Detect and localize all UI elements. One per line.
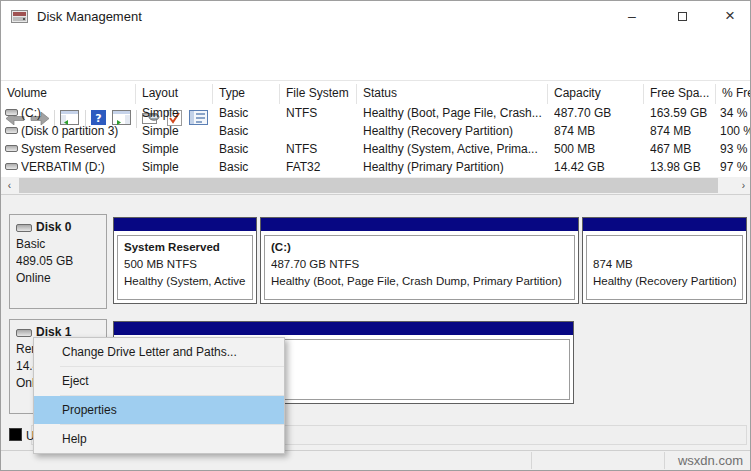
cell-filesystem: NTFS xyxy=(286,140,356,158)
menu-item-help[interactable]: Help xyxy=(34,425,284,453)
menu-item-change-drive-letter[interactable]: Change Drive Letter and Paths... xyxy=(34,338,284,366)
window-title: Disk Management xyxy=(37,9,142,24)
partition-color-bar xyxy=(114,322,573,335)
cell-layout: Simple xyxy=(142,104,212,122)
cell-volume: (C:) xyxy=(21,104,133,122)
partition-name: (C:) xyxy=(271,239,568,256)
partition-color-bar xyxy=(583,218,746,231)
menu-bar: File Action View Help xyxy=(1,31,751,53)
cell-pctfree: 34 % xyxy=(720,104,751,122)
disk-management-window: Disk Management – × File Action View Hel… xyxy=(0,0,751,471)
cell-type: Basic xyxy=(219,158,279,176)
unallocated-swatch xyxy=(9,428,22,441)
table-row[interactable]: (C:) Simple Basic NTFS Healthy (Boot, Pa… xyxy=(1,104,751,122)
app-icon xyxy=(11,10,28,26)
menu-item-eject[interactable]: Eject xyxy=(34,367,284,395)
cell-volume: System Reserved xyxy=(21,140,133,158)
menu-item-properties[interactable]: Properties xyxy=(34,396,284,424)
disk0-status: Online xyxy=(16,270,100,287)
statusbar-divider xyxy=(531,452,532,469)
minimize-button[interactable]: – xyxy=(612,1,652,31)
cell-capacity: 500 MB xyxy=(554,140,642,158)
partition-size: 500 MB NTFS xyxy=(124,256,246,273)
column-header-capacity[interactable]: Capacity xyxy=(548,84,644,104)
scrollbar-thumb[interactable] xyxy=(19,178,718,193)
cell-status: Healthy (Primary Partition) xyxy=(363,158,547,176)
cell-type: Basic xyxy=(219,104,279,122)
table-row[interactable]: System Reserved Simple Basic NTFS Health… xyxy=(1,140,751,158)
cell-layout: Simple xyxy=(142,122,212,140)
cell-type: Basic xyxy=(219,122,279,140)
watermark-text: wsxdn.com xyxy=(678,453,743,468)
close-button[interactable]: × xyxy=(710,1,750,31)
partition-status: Healthy (Recovery Partition) xyxy=(593,273,736,290)
volume-icon xyxy=(5,145,18,152)
cell-filesystem: FAT32 xyxy=(286,158,356,176)
cell-volume: VERBATIM (D:) xyxy=(21,158,133,176)
table-row[interactable]: VERBATIM (D:) Simple Basic FAT32 Healthy… xyxy=(1,158,751,176)
partition-info: System Reserved 500 MB NTFS Healthy (Sys… xyxy=(117,235,253,300)
cell-freespace: 13.98 GB xyxy=(650,158,714,176)
column-header-type[interactable]: Type xyxy=(213,84,280,104)
cell-filesystem xyxy=(286,122,356,140)
partition-status: Healthy (Boot, Page File, Crash Dump, Pr… xyxy=(271,273,568,290)
volume-icon xyxy=(5,127,18,134)
cell-layout: Simple xyxy=(142,140,212,158)
maximize-button[interactable] xyxy=(662,1,702,31)
context-menu: Change Drive Letter and Paths... Eject P… xyxy=(33,337,285,454)
column-header-freespace[interactable]: Free Spa... xyxy=(644,84,716,104)
partition-size: 874 MB xyxy=(593,256,736,273)
disk0-label-box[interactable]: Disk 0 Basic 489.05 GB Online xyxy=(9,214,107,309)
cell-volume: (Disk 0 partition 3) xyxy=(21,122,133,140)
partition-info: 874 MB Healthy (Recovery Partition) xyxy=(586,235,743,300)
partition-system-reserved[interactable]: System Reserved 500 MB NTFS Healthy (Sys… xyxy=(113,217,257,304)
table-row[interactable]: (Disk 0 partition 3) Simple Basic Health… xyxy=(1,122,751,140)
partition-status: Healthy (System, Active, Primary Partiti… xyxy=(124,273,246,290)
column-header-layout[interactable]: Layout xyxy=(136,84,213,104)
partition-recovery[interactable]: 874 MB Healthy (Recovery Partition) xyxy=(582,217,747,304)
disk0-size: 489.05 GB xyxy=(16,253,100,270)
partition-name: System Reserved xyxy=(124,239,246,256)
partition-color-bar xyxy=(114,218,256,231)
cell-capacity: 14.42 GB xyxy=(554,158,642,176)
cell-freespace: 467 MB xyxy=(650,140,714,158)
cell-freespace: 874 MB xyxy=(650,122,714,140)
partition-name xyxy=(593,239,736,256)
title-bar: Disk Management – × xyxy=(1,1,751,31)
partition-color-bar xyxy=(261,218,578,231)
cell-layout: Simple xyxy=(142,158,212,176)
partition-c-drive[interactable]: (C:) 487.70 GB NTFS Healthy (Boot, Page … xyxy=(260,217,579,304)
disk0-name: Disk 0 xyxy=(36,220,71,234)
column-header-status[interactable]: Status xyxy=(357,84,548,104)
column-header-pctfree[interactable]: % Free xyxy=(716,84,751,104)
disk0-type: Basic xyxy=(16,236,100,253)
cell-type: Basic xyxy=(219,140,279,158)
cell-status: Healthy (System, Active, Prima... xyxy=(363,140,547,158)
scroll-left-icon[interactable]: ‹ xyxy=(1,177,18,194)
cell-pctfree: 100 % xyxy=(720,122,751,140)
column-header-filesystem[interactable]: File System xyxy=(280,84,357,104)
cell-filesystem: NTFS xyxy=(286,104,356,122)
volume-icon xyxy=(5,109,18,116)
volume-icon xyxy=(5,163,18,170)
partition-size: 487.70 GB NTFS xyxy=(271,256,568,273)
scroll-right-icon[interactable]: › xyxy=(735,177,751,194)
cell-pctfree: 97 % xyxy=(720,158,751,176)
disk-icon xyxy=(16,224,32,232)
cell-pctfree: 93 % xyxy=(720,140,751,158)
maximize-icon xyxy=(678,12,687,21)
cell-status: Healthy (Recovery Partition) xyxy=(363,122,547,140)
cell-freespace: 163.59 GB xyxy=(650,104,714,122)
cell-status: Healthy (Boot, Page File, Crash... xyxy=(363,104,547,122)
cell-capacity: 874 MB xyxy=(554,122,642,140)
statusbar-divider xyxy=(664,452,665,469)
cell-capacity: 487.70 GB xyxy=(554,104,642,122)
toolbar: ? xyxy=(1,53,751,81)
partition-info: (C:) 487.70 GB NTFS Healthy (Boot, Page … xyxy=(264,235,575,300)
column-header-volume[interactable]: Volume xyxy=(1,84,136,104)
disk-icon xyxy=(16,329,32,337)
